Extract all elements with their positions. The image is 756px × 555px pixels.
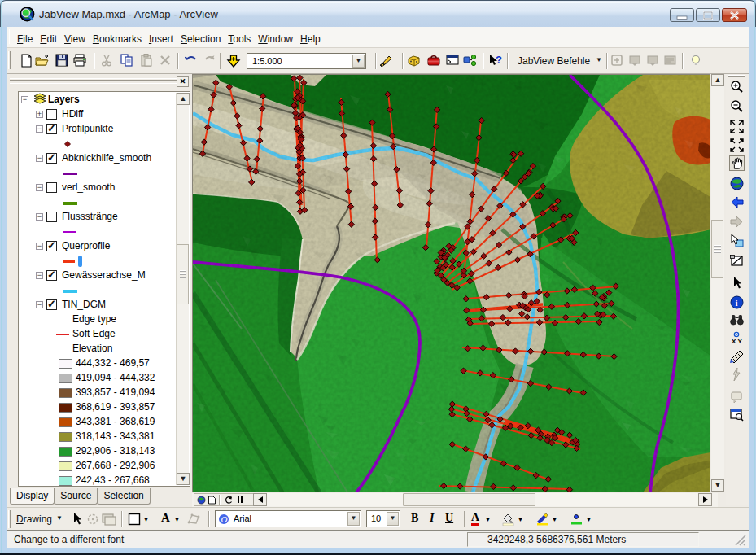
svg-text:O: O (221, 514, 228, 524)
svg-text:i: i (736, 298, 738, 308)
svg-text:X Y: X Y (732, 338, 742, 345)
svg-text:?: ? (496, 54, 502, 66)
